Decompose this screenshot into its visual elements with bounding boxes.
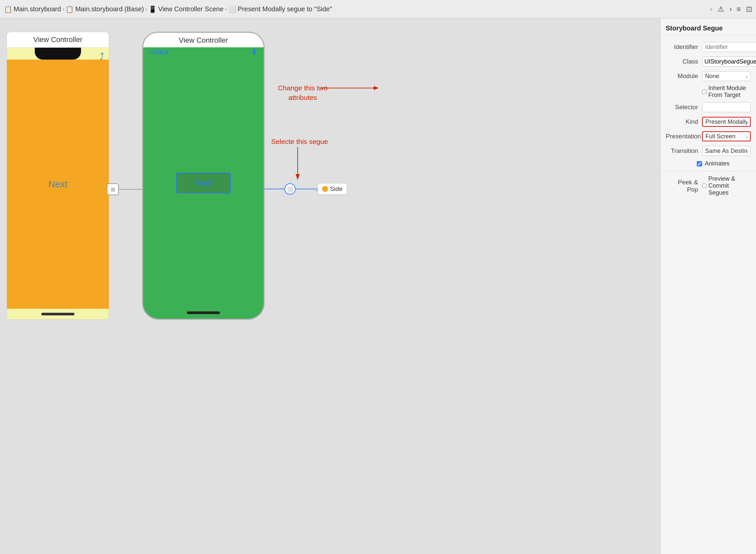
side-badge-icon [322, 186, 328, 192]
left-phone-orange: Next [7, 60, 109, 309]
kind-select[interactable]: Show Show Detail Present Modally Present… [702, 117, 751, 127]
segue-blue-line-right [296, 189, 315, 189]
back-button[interactable]: Back [152, 48, 169, 56]
side-badge-label: Side [330, 185, 342, 192]
segue-left-line [119, 189, 145, 189]
svg-marker-3 [296, 174, 300, 180]
divider [660, 171, 756, 171]
annotation-change-text: Change this two attributes [278, 84, 328, 101]
segue-blue-circle[interactable]: ⬜ [285, 183, 296, 195]
left-phone-body: Next ⤴ [7, 48, 109, 319]
breadcrumb-item-1[interactable]: Main.storyboard [13, 5, 61, 13]
transition-select-wrapper: Default Same As Destination Cover Vertic… [702, 146, 751, 156]
canvas-area: View Controller Next ⤴ ⊞ › View Controll… [0, 18, 660, 554]
nav-warning-button[interactable]: ⚠ [716, 4, 726, 14]
left-next-label: Next [48, 179, 67, 189]
animates-checkbox[interactable] [697, 161, 702, 166]
annotation-select-arrow [285, 147, 311, 183]
nav-arrows: ‹ ⚠ › [708, 4, 734, 14]
right-panel: Storyboard Segue Identifier Class ⊕ ▼ [660, 18, 756, 554]
class-input-wrapper: ⊕ ▼ [702, 57, 756, 66]
class-input[interactable] [704, 58, 756, 65]
main-layout: View Controller Next ⤴ ⊞ › View Controll… [0, 18, 756, 554]
side-badge: Side [318, 183, 347, 195]
preview-checkbox[interactable] [702, 184, 706, 188]
lines-icon[interactable]: ≡ [737, 5, 741, 13]
share-icon[interactable]: ⤴ [100, 52, 104, 62]
annotation-change: Change this two attributes [278, 83, 328, 103]
breadcrumb-sep-1: › [62, 6, 64, 13]
breadcrumb-item-2[interactable]: Main.storyboard (Base) [75, 5, 144, 13]
mid-title-text: View Controller [179, 36, 228, 44]
peek-label: Peek & Pop [666, 179, 702, 193]
breadcrumb-item-4[interactable]: Present Modally segue to "Side" [238, 5, 332, 13]
mid-phone-title-bar: View Controller [142, 32, 265, 47]
selector-input-wrapper [702, 102, 751, 112]
annotation-change-arrow [321, 78, 393, 111]
segue-blue-arrow: › [315, 185, 318, 193]
breadcrumb-item-3[interactable]: View Controller Scene [158, 5, 224, 13]
inherit-checkbox[interactable] [702, 89, 706, 94]
transition-select[interactable]: Default Same As Destination Cover Vertic… [702, 146, 751, 156]
mid-content: Next [143, 59, 264, 307]
panel-body: Identifier Class ⊕ ▼ Module [660, 35, 756, 554]
presentation-select[interactable]: Default Full Screen Page Sheet Form Shee… [702, 131, 751, 141]
identifier-input[interactable] [702, 42, 756, 52]
inherit-label: Inherit Module From Target [708, 85, 751, 99]
nav-forward-button[interactable]: › [728, 4, 734, 14]
transition-label: Transition [666, 147, 702, 155]
mid-phone-body: ‹ Back ⬇ Next [143, 33, 264, 319]
kind-select-wrapper: Show Show Detail Present Modally Present… [702, 117, 751, 127]
breadcrumb-sep-3: › [225, 6, 227, 13]
presentation-select-wrapper: Default Full Screen Page Sheet Form Shee… [702, 131, 751, 141]
segue-source-icon: ⊞ [107, 183, 119, 195]
identifier-row: Identifier [660, 40, 756, 54]
kind-row: Kind Show Show Detail Present Modally Pr… [660, 114, 756, 129]
module-row: Module None ⌄ [660, 69, 756, 84]
left-phone-notch [35, 48, 81, 60]
breadcrumb-icon-3: 📱 [148, 5, 157, 13]
segue-left-source: ⊞ › [107, 183, 147, 195]
mid-next-button[interactable]: Next [176, 172, 231, 193]
top-bar: 📋 Main.storyboard › 📋 Main.storyboard (B… [0, 0, 756, 18]
left-phone-card: View Controller Next ⤴ [7, 32, 109, 320]
module-select[interactable]: None [702, 71, 751, 81]
top-icons: ≡ ⊡ [737, 5, 752, 13]
inherit-row: Inherit Module From Target [660, 84, 756, 100]
nav-back-button[interactable]: ‹ [708, 4, 714, 14]
square-icon[interactable]: ⊡ [746, 5, 752, 13]
peek-row: Peek & Pop Preview & Commit Segues [660, 173, 756, 198]
breadcrumb-icon-2: 📋 [65, 5, 74, 13]
annotation-select: Selecte this segue [271, 138, 328, 146]
breadcrumb-sep-2: › [145, 6, 147, 13]
mid-phone-card: View Controller ‹ Back ⬇ Next [142, 32, 265, 320]
animates-label: Animates [705, 160, 730, 167]
kind-label: Kind [666, 118, 702, 125]
module-select-wrapper: None ⌄ [702, 71, 751, 81]
class-row: Class ⊕ ▼ [660, 54, 756, 69]
identifier-label: Identifier [666, 43, 702, 51]
presentation-label: Presentation [666, 133, 702, 140]
peek-check: Preview & Commit Segues [702, 175, 751, 196]
presentation-row: Presentation Default Full Screen Page Sh… [660, 129, 756, 144]
animates-row: Animates [660, 158, 756, 169]
annotation-select-text: Selecte this segue [271, 138, 328, 145]
left-phone-title: View Controller [34, 36, 83, 44]
breadcrumb: 📋 Main.storyboard › 📋 Main.storyboard (B… [4, 5, 701, 13]
module-label: Module [666, 72, 702, 80]
selector-input[interactable] [702, 102, 751, 112]
breadcrumb-icon-1: 📋 [4, 5, 12, 13]
breadcrumb-icon-4: ⬜ [228, 5, 237, 13]
panel-title: Storyboard Segue [660, 18, 756, 35]
segue-blue-line-left [265, 189, 285, 189]
preview-label: Preview & Commit Segues [708, 175, 751, 196]
segue-blue-connector: ⬜ › Side [265, 183, 347, 195]
transition-row: Transition Default Same As Destination C… [660, 144, 756, 158]
selector-label: Selector [666, 104, 702, 111]
download-icon[interactable]: ⬇ [251, 47, 258, 57]
mid-home-bar [187, 312, 220, 314]
left-home-bar [41, 313, 74, 315]
selector-row: Selector [660, 100, 756, 114]
left-phone-header: View Controller [7, 32, 109, 48]
class-label: Class [666, 58, 702, 65]
